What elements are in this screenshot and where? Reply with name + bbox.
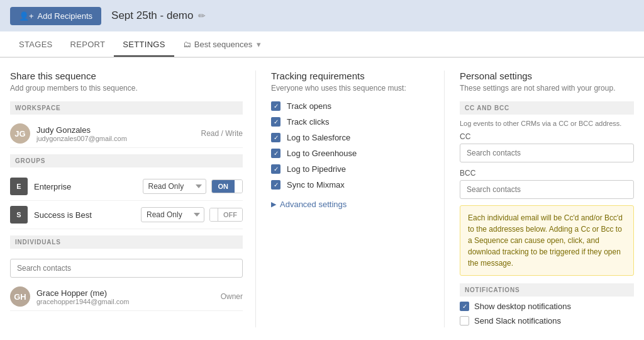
add-user-icon: 👤+ [19, 11, 34, 21]
member-email: judygonzales007@gmail.com [36, 135, 201, 142]
member-email-grace: gracehopper1944@gmail.com [36, 298, 221, 305]
cc-search-input[interactable] [460, 144, 634, 162]
warning-text: Each individual email will be Cc'd and/o… [468, 213, 623, 268]
member-info-grace: Grace Hopper (me) gracehopper1944@gmail.… [36, 288, 221, 305]
group-name-success: Success is Best [34, 210, 141, 220]
checkbox-mixmax[interactable] [271, 180, 280, 190]
track-item-opens: Track opens [271, 101, 429, 111]
avatar-initials: JG [14, 129, 25, 139]
personal-section: Personal settings These settings are not… [444, 71, 634, 327]
permission-dropdown-enterprise[interactable]: Read Only Read / Write [143, 179, 206, 194]
track-item-mixmax: Sync to Mixmax [271, 180, 429, 190]
permission-dropdown-success[interactable]: Read Only Read / Write [141, 207, 204, 222]
tab-best-sequences[interactable]: 🗂 Best sequences ▾ [174, 33, 270, 55]
chevron-down-icon: ▾ [257, 40, 261, 49]
bcc-search-input[interactable] [460, 180, 634, 199]
toggle-enterprise[interactable]: ON [211, 179, 243, 193]
main-content: Share this sequence Add group members to… [0, 58, 644, 340]
group-controls-success: Read Only Read / Write OFF [141, 207, 243, 222]
add-recipients-label: Add Recipients [38, 11, 92, 21]
tab-settings[interactable]: SETTINGS [114, 33, 174, 57]
track-item-pipedrive: Log to Pipedrive [271, 164, 429, 174]
checkbox-salesforce[interactable] [271, 133, 280, 142]
track-label-salesforce: Log to Salesforce [287, 133, 350, 142]
group-name-enterprise: Enterprise [34, 182, 143, 191]
tab-stages[interactable]: STAGES [10, 33, 62, 57]
tracking-title: Tracking requirements [271, 71, 429, 81]
avatar-grace: GH [10, 286, 30, 307]
group-icon-success: S [10, 206, 28, 224]
individuals-header: INDIVIDUALS [10, 235, 243, 249]
workspace-header: WORKSPACE [10, 101, 243, 115]
notif-desktop: Show desktop notifications [460, 302, 634, 311]
member-role-grace: Owner [221, 292, 243, 301]
toggle-off-side-btn[interactable] [210, 208, 218, 221]
cc-bcc-header: CC AND BCC [460, 101, 634, 115]
track-item-clicks: Track clicks [271, 117, 429, 127]
avatar-initials-grace: GH [14, 292, 26, 302]
tracking-section: Tracking requirements Everyone who uses … [255, 71, 444, 327]
track-item-greenhouse: Log to Greenhouse [271, 149, 429, 158]
member-name-grace: Grace Hopper (me) [36, 288, 221, 298]
share-title: Share this sequence [10, 71, 243, 81]
notif-slack-label: Send Slack notifications [474, 316, 561, 326]
member-name: Judy Gonzales [36, 125, 201, 135]
best-sequences-label: Best sequences [194, 40, 253, 49]
cc-label: CC [460, 132, 634, 141]
checkbox-desktop[interactable] [460, 302, 469, 311]
avatar: JG [10, 123, 30, 144]
chevron-right-icon: ▶ [271, 200, 276, 208]
notifications-header: NOTIFICATIONS [460, 283, 634, 297]
group-icon-enterprise: E [10, 178, 28, 195]
group-row-success: S Success is Best Read Only Read / Write… [10, 201, 243, 229]
sequence-title-text: Sept 25th - demo [111, 9, 193, 22]
cc-bcc-subtitle: Log events to other CRMs via a CC or BCC… [460, 120, 634, 127]
toggle-on-button[interactable]: ON [212, 180, 235, 193]
track-item-salesforce: Log to Salesforce [271, 133, 429, 142]
checkbox-clicks[interactable] [271, 117, 280, 127]
search-contacts-input[interactable] [10, 259, 243, 278]
edit-icon[interactable]: ✏ [198, 11, 206, 21]
toggle-success[interactable]: OFF [209, 208, 243, 222]
warning-box: Each individual email will be Cc'd and/o… [460, 205, 634, 276]
share-section: Share this sequence Add group members to… [10, 71, 255, 327]
notif-slack: Send Slack notifications [460, 316, 634, 326]
checkbox-greenhouse[interactable] [271, 149, 280, 158]
track-label-greenhouse: Log to Greenhouse [287, 149, 357, 158]
member-role: Read / Write [201, 129, 243, 138]
checkbox-pipedrive[interactable] [271, 164, 280, 174]
share-subtitle: Add group members to this sequence. [10, 84, 243, 93]
workspace-member-row: JG Judy Gonzales judygonzales007@gmail.c… [10, 120, 243, 148]
header: 👤+ Add Recipients Sept 25th - demo ✏ [0, 0, 644, 31]
track-label-mixmax: Sync to Mixmax [287, 180, 345, 190]
individual-member-row: GH Grace Hopper (me) gracehopper1944@gma… [10, 283, 243, 311]
track-label-opens: Track opens [287, 101, 331, 111]
tabs-bar: STAGES REPORT SETTINGS 🗂 Best sequences … [0, 31, 644, 58]
folder-icon: 🗂 [183, 40, 191, 49]
notif-desktop-label: Show desktop notifications [474, 302, 571, 311]
personal-subtitle: These settings are not shared with your … [460, 84, 634, 93]
checkbox-slack[interactable] [460, 316, 469, 326]
tab-report[interactable]: REPORT [62, 33, 114, 57]
tracking-subtitle: Everyone who uses this sequence must: [271, 84, 429, 93]
toggle-off-button[interactable]: OFF [218, 208, 242, 221]
bcc-label: BCC [460, 169, 634, 178]
track-label-pipedrive: Log to Pipedrive [287, 164, 346, 174]
advanced-settings-toggle[interactable]: ▶ Advanced settings [271, 200, 429, 209]
group-row-enterprise: E Enterprise Read Only Read / Write ON [10, 173, 243, 201]
advanced-settings-label: Advanced settings [280, 200, 347, 209]
add-recipients-button[interactable]: 👤+ Add Recipients [10, 7, 101, 25]
member-info: Judy Gonzales judygonzales007@gmail.com [36, 125, 201, 142]
checkbox-opens[interactable] [271, 101, 280, 111]
group-controls-enterprise: Read Only Read / Write ON [143, 179, 243, 194]
sequence-title: Sept 25th - demo ✏ [111, 9, 206, 22]
groups-header: GROUPS [10, 154, 243, 167]
toggle-side-button[interactable] [235, 180, 242, 193]
personal-title: Personal settings [460, 71, 634, 81]
track-label-clicks: Track clicks [287, 117, 329, 127]
